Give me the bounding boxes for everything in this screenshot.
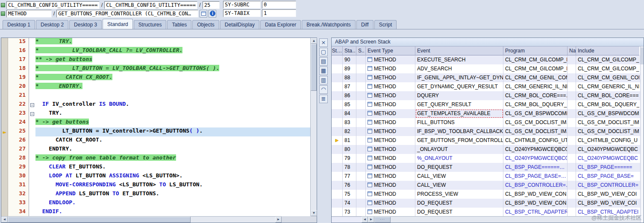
services-headset-icon[interactable]: ◠: [319, 85, 328, 94]
stack-column-header[interactable]: Include: [576, 46, 639, 55]
fold-collapse-icon[interactable]: [30, 103, 34, 107]
breakpoint-gutter[interactable]: [1, 190, 8, 199]
line-number[interactable]: 19: [8, 74, 29, 83]
stack-column-header[interactable]: Sta…: [343, 46, 356, 55]
breakpoint-gutter[interactable]: [1, 56, 8, 65]
tab-detaildisplay[interactable]: DetailDisplay: [220, 20, 259, 29]
event-type-field[interactable]: [6, 10, 52, 17]
scroll-down-button[interactable]: ▼: [311, 210, 317, 216]
line-number[interactable]: 28: [8, 154, 29, 163]
line-number[interactable]: 15: [8, 38, 29, 47]
code-text[interactable]: ENDIF.: [35, 208, 310, 216]
breakpoint-gutter[interactable]: [1, 199, 8, 208]
info-button[interactable]: i: [209, 10, 216, 17]
line-number[interactable]: 34: [8, 208, 29, 216]
code-text[interactable]: ** -> get buttons: [35, 56, 310, 65]
line-number[interactable]: 23: [8, 110, 29, 119]
stack-column-header[interactable]: Event Type: [366, 46, 415, 55]
scroll-right-button[interactable]: ►: [275, 217, 282, 223]
scrollbar-track[interactable]: [191, 217, 275, 223]
event-name-field[interactable]: [56, 10, 198, 17]
stack-column-header[interactable]: S..: [356, 46, 366, 55]
stack-row[interactable]: 82METHODIF_BSP_WD_TOOLBAR_CALLBACK~…CL_G…: [332, 127, 640, 136]
scroll-up-button[interactable]: ▲: [311, 38, 317, 44]
code-text[interactable]: * ENDTRY.: [35, 83, 310, 92]
tab-break-watchpoints[interactable]: Break./Watchpoints: [302, 20, 356, 29]
layout-rows-icon[interactable]: ▤: [319, 57, 328, 66]
code-text[interactable]: LT_BUTTON = IV_controller->GET_BUTTONS( …: [35, 127, 310, 136]
display-source-button[interactable]: [200, 10, 207, 17]
tab-standard[interactable]: Standard: [103, 19, 133, 29]
line-number[interactable]: 18: [8, 65, 29, 74]
stack-row[interactable]: 74METHODDO_REQUESTCL_BSP_WD_VIEW_CON…CL_…: [332, 199, 640, 208]
breakpoint-gutter[interactable]: [1, 65, 8, 74]
line-number[interactable]: 25: [8, 127, 29, 136]
tab-diff[interactable]: Diff: [356, 20, 373, 29]
horizontal-scrollbar-thumb[interactable]: [8, 217, 191, 223]
stack-row[interactable]: 76METHODCALL_VIEWCL_BSP_CONTROLLER=…CL_B…: [332, 181, 640, 190]
stack-scroll-left-button[interactable]: ◄: [362, 217, 368, 223]
breakpoint-gutter[interactable]: [1, 74, 8, 83]
stack-vertical-scrollbar[interactable]: [640, 46, 644, 223]
breakpoint-gutter[interactable]: [1, 110, 8, 119]
stack-row[interactable]: 85METHODGET_QUERY_RESULTCL_CRM_BOL_DQUER…: [332, 100, 640, 109]
code-text[interactable]: [35, 92, 310, 101]
breakpoint-gutter[interactable]: [1, 208, 8, 216]
stack-row[interactable]: 83METHODFILL_BUTTONSCL_GS_CM_DOCLIST_IM……: [332, 118, 640, 127]
breakpoint-gutter[interactable]: [1, 163, 8, 172]
stack-row[interactable]: 77METHODCALL_VIEWCL_BSP_PAGE_BASE=…CL_BS…: [332, 172, 640, 181]
code-text[interactable]: MOVE-CORRESPONDING <LS_BUTTON> TO LS_BUT…: [35, 181, 310, 190]
tab-data-explorer[interactable]: Data Explorer: [260, 20, 301, 29]
breakpoint-gutter[interactable]: ►: [1, 127, 8, 136]
code-text[interactable]: IF IV_controller IS BOUND.: [35, 101, 310, 110]
editor-horizontal-scrollbar[interactable]: ◄ ►: [1, 216, 282, 223]
stack-horizontal-scrollbar-thumb[interactable]: ···: [374, 217, 391, 223]
breakpoint-gutter[interactable]: [1, 119, 8, 127]
stack-scroll-right-button[interactable]: ►: [368, 217, 374, 223]
line-number[interactable]: 22: [8, 101, 29, 110]
code-text[interactable]: * -> get buttons: [35, 119, 310, 127]
editor-vertical-scrollbar[interactable]: ▲ ▼: [310, 38, 317, 216]
stack-row[interactable]: 75METHODPROCESS_VIEWCL_BSP_WD_VIEW_CON…C…: [332, 190, 640, 199]
stack-column-header[interactable]: Na…: [568, 46, 576, 55]
code-text[interactable]: CATCH CX_ROOT.: [35, 136, 310, 145]
detach-view-icon[interactable]: ▢: [319, 48, 328, 56]
stack-row[interactable]: 84METHODGET_TEMPLATES_AVAILABLECL_GS_CM_…: [332, 109, 640, 118]
line-number[interactable]: 20: [8, 83, 29, 92]
code-text[interactable]: * LT_BUTTON = LV_TOOLBAR_CALL->GET_BUTTO…: [35, 65, 310, 74]
line-number[interactable]: 33: [8, 199, 29, 208]
stack-row[interactable]: 86METHODDQUERYCL_CRM_BOL_CORE===…CL_CRM_…: [332, 91, 640, 100]
stack-row[interactable]: ►81METHODGET_BUTTONS_FROM_CONTROLLERCL_C…: [332, 136, 640, 145]
fold-collapse-icon[interactable]: [30, 112, 34, 116]
sy-tabix-value-field[interactable]: [262, 9, 296, 17]
breakpoint-gutter[interactable]: [1, 145, 8, 154]
stack-column-header[interactable]: Program: [503, 46, 568, 55]
line-number[interactable]: 31: [8, 181, 29, 190]
include-program-field[interactable]: [104, 1, 197, 9]
tab-objects[interactable]: Objects: [192, 20, 219, 29]
sy-subrc-label-field[interactable]: [223, 1, 261, 9]
scroll-left-button[interactable]: ◄: [1, 217, 8, 223]
breakpoint-gutter[interactable]: [1, 38, 8, 47]
code-text[interactable]: ENDTRY.: [35, 145, 310, 154]
line-number[interactable]: 17: [8, 56, 29, 65]
stack-row[interactable]: 87METHODGET_DYNAMIC_QUERY_RESULTCL_CRM_G…: [332, 82, 640, 91]
stack-row[interactable]: 90METHODEXECUTE_SEARCHCL_CRM_CM_GILCOMP_…: [332, 55, 640, 64]
tab-desktop-3[interactable]: Desktop 3: [69, 20, 102, 29]
breakpoint-gutter[interactable]: [1, 47, 8, 56]
line-number[interactable]: 16: [8, 47, 29, 56]
code-text[interactable]: ENDLOOP.: [35, 199, 310, 208]
code-text[interactable]: CLEAR ET_BUTTONS.: [35, 163, 310, 172]
stack-row[interactable]: 79METHOD%_ONLAYOUTCL_O240YPMGWCEQBC0…CL_…: [332, 154, 640, 163]
breakpoint-gutter[interactable]: [1, 181, 8, 190]
code-text[interactable]: APPEND LS_BUTTON TO ET_BUTTONS.: [35, 190, 310, 199]
code-text[interactable]: * -> copy from one table format to anoth…: [35, 154, 310, 163]
code-text[interactable]: * TRY.: [35, 38, 310, 47]
code-text[interactable]: TRY.: [35, 110, 310, 119]
line-number[interactable]: 27: [8, 145, 29, 154]
breakpoint-gutter[interactable]: [1, 101, 8, 110]
line-number[interactable]: 26: [8, 136, 29, 145]
line-number[interactable]: 24: [8, 119, 29, 127]
stack-row[interactable]: 88METHODIF_GENIL_APPL_INTLAY~GET_DYN…CL_…: [332, 73, 640, 82]
line-number[interactable]: 32: [8, 190, 29, 199]
